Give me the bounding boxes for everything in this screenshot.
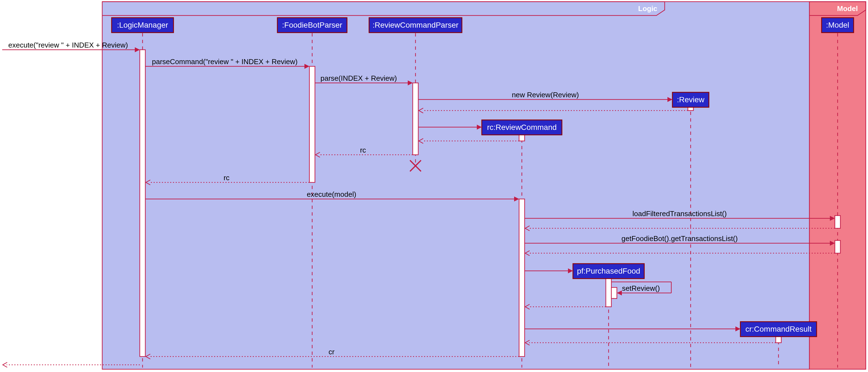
return-rc2-label: rc bbox=[223, 174, 229, 182]
frame-model-label: Model bbox=[837, 4, 858, 13]
msg-parse-label: parse(INDEX + Review) bbox=[320, 74, 397, 82]
activation-foodiebotparser bbox=[309, 66, 315, 182]
return-rc1-label: rc bbox=[360, 146, 366, 154]
msg-new-review-label: new Review(Review) bbox=[512, 91, 579, 99]
activation-reviewcommand-2 bbox=[519, 199, 525, 356]
participant-commandresult-label: cr:CommandResult bbox=[745, 325, 812, 333]
participant-purchasedfood-label: pf:PurchasedFood bbox=[577, 267, 640, 275]
msg-loadfiltered-label: loadFilteredTransactionsList() bbox=[632, 210, 727, 218]
frame-logic-label: Logic bbox=[638, 4, 657, 13]
activation-reviewcommandparser bbox=[413, 83, 418, 155]
activation-model-1 bbox=[835, 216, 840, 228]
participant-foodiebotparser-label: :FoodieBotParser bbox=[282, 21, 342, 29]
participant-reviewcommand-label: rc:ReviewCommand bbox=[487, 123, 557, 131]
activation-logicmanager bbox=[140, 50, 145, 356]
participant-model-label: :Model bbox=[826, 21, 849, 29]
msg-gettransactions-label: getFoodieBot().getTransactionsList() bbox=[621, 235, 738, 243]
msg-parsecommand-label: parseCommand("review " + INDEX + Review) bbox=[152, 58, 298, 66]
msg-execute-in-label: execute("review " + INDEX + Review) bbox=[8, 41, 128, 49]
msg-execute-model-label: execute(model) bbox=[307, 190, 356, 198]
participant-reviewcommandparser-label: :ReviewCommandParser bbox=[372, 21, 458, 29]
participant-review-label: :Review bbox=[677, 95, 705, 104]
return-cr-to-lm-label: cr bbox=[329, 348, 335, 356]
return-external-arrow bbox=[3, 362, 7, 367]
activation-model-2 bbox=[835, 241, 840, 253]
frame-logic bbox=[102, 2, 809, 369]
msg-setreview-label: setReview() bbox=[622, 284, 660, 292]
participant-logicmanager-label: :LogicManager bbox=[117, 21, 168, 29]
activation-purchasedfood-self bbox=[611, 287, 617, 299]
